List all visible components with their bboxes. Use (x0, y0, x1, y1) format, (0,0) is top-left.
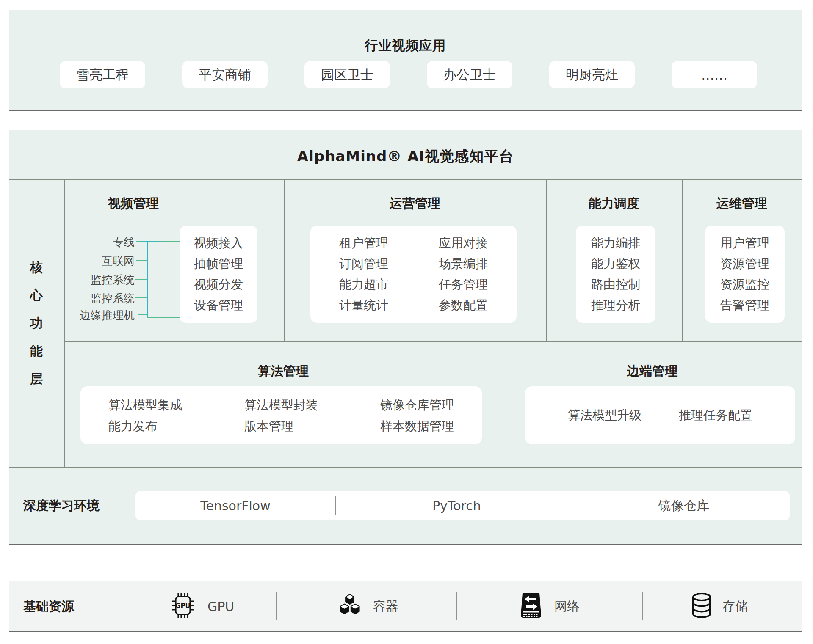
industry-apps-title: 行业视频应用 (9, 37, 802, 55)
app-chip: 明厨亮灶 (549, 61, 635, 88)
architecture-diagram: 行业视频应用 雪亮工程 平安商铺 园区卫士 办公卫士 明厨亮灶 …… Alpha… (0, 0, 813, 644)
feature-item: 路由控制 (576, 274, 655, 295)
feature-item: 能力鉴权 (576, 253, 655, 274)
algorithm-title: 算法管理 (64, 363, 503, 379)
platform-title: AlphaMind® AI视觉感知平台 (9, 147, 802, 165)
app-chip-more: …… (672, 61, 757, 88)
feature-item: 用户管理 (705, 233, 785, 253)
video-source-label: 互联网 (64, 254, 135, 268)
maintenance-box: 用户管理 资源管理 资源监控 告警管理 (705, 226, 785, 323)
connector-line (147, 317, 181, 318)
video-source-label: 专线 (64, 235, 135, 249)
feature-item: 算法模型封装 (244, 394, 318, 416)
algorithm-box: 算法模型集成 能力发布 算法模型封装 版本管理 镜像仓库管理 样本数据管理 (80, 386, 482, 444)
feature-item: 算法模型升级 (568, 407, 642, 424)
maintenance-title: 运维管理 (682, 195, 802, 212)
feature-item: 任务管理 (439, 274, 488, 295)
feature-item: 订阅管理 (339, 253, 388, 274)
feature-item: 设备管理 (180, 295, 257, 316)
core-layer-label: 核心功能层 (29, 253, 44, 393)
connector-line (136, 297, 148, 298)
video-source-label: 监控系统 (64, 292, 135, 305)
scheduling-items: 能力编排 能力鉴权 路由控制 推理分析 (576, 226, 655, 323)
divider-line (64, 179, 65, 467)
connector-line (136, 260, 148, 261)
feature-item: 资源监控 (705, 274, 785, 295)
dl-framework: PyTorch (336, 491, 578, 520)
infra-item-storage: 存储 (689, 581, 748, 632)
feature-item: 算法模型集成 (108, 394, 182, 416)
scheduling-title: 能力调度 (546, 195, 682, 212)
feature-item: 推理分析 (576, 295, 655, 316)
feature-item: 计量统计 (339, 295, 388, 316)
base-resources-panel (9, 581, 802, 632)
divider-line (9, 467, 802, 468)
operation-mgmt-items: 租户管理 订阅管理 能力超市 计量统计 应用对接 场景编排 任务管理 参数配置 (310, 226, 517, 323)
divider-line (276, 592, 277, 620)
network-icon (519, 592, 543, 620)
app-chip: 园区卫士 (304, 61, 390, 88)
edge-mgmt-box: 算法模型升级 推理任务配置 (525, 386, 795, 444)
infra-item-label: GPU (207, 599, 234, 614)
feature-item: 参数配置 (439, 295, 488, 316)
industry-apps-row: 雪亮工程 平安商铺 园区卫士 办公卫士 明厨亮灶 …… (60, 61, 757, 88)
video-source-label: 监控系统 (64, 273, 135, 286)
dl-framework: 镜像仓库 (578, 491, 790, 520)
infra-item-gpu: GPU GPU (169, 581, 234, 632)
dl-framework: TensorFlow (136, 491, 335, 520)
connector-line (136, 241, 180, 242)
feature-item: 抽帧管理 (180, 253, 257, 274)
infra-item-network: 网络 (519, 581, 580, 632)
algorithm-items: 算法模型集成 能力发布 算法模型封装 版本管理 镜像仓库管理 样本数据管理 (80, 386, 482, 444)
connector-line (136, 279, 148, 280)
infra-item-label: 存储 (722, 598, 748, 615)
divider-line (456, 592, 457, 620)
dl-env-label: 深度学习环境 (23, 467, 100, 545)
infra-item-container: 容器 (337, 581, 398, 632)
platform-panel (9, 130, 802, 545)
operation-mgmt-title: 运营管理 (284, 195, 546, 212)
gpu-icon: GPU (169, 592, 196, 621)
industry-apps-panel: 行业视频应用 雪亮工程 平安商铺 园区卫士 办公卫士 明厨亮灶 …… (9, 10, 802, 111)
feature-item: 样本数据管理 (380, 416, 454, 437)
edge-mgmt-title: 边端管理 (503, 363, 802, 379)
edge-mgmt-items: 算法模型升级 推理任务配置 (525, 386, 795, 444)
divider-line (64, 341, 802, 342)
feature-item: 告警管理 (705, 295, 785, 316)
feature-item: 能力发布 (108, 416, 182, 437)
feature-item: 资源管理 (705, 253, 785, 274)
infra-item-label: 容器 (373, 598, 398, 615)
operation-mgmt-box: 租户管理 订阅管理 能力超市 计量统计 应用对接 场景编排 任务管理 参数配置 (310, 226, 517, 323)
feature-item: 应用对接 (439, 233, 488, 253)
feature-item: 镜像仓库管理 (380, 394, 454, 416)
connector-line (138, 314, 148, 315)
divider-line (503, 341, 503, 467)
infra-item-label: 网络 (554, 598, 580, 615)
feature-item: 推理任务配置 (679, 407, 752, 424)
feature-item: 能力超市 (339, 274, 388, 295)
feature-item: 视频接入 (180, 233, 257, 253)
storage-icon (689, 592, 714, 621)
scheduling-box: 能力编排 能力鉴权 路由控制 推理分析 (576, 226, 655, 323)
maintenance-items: 用户管理 资源管理 资源监控 告警管理 (705, 226, 785, 323)
app-chip: 办公卫士 (427, 61, 512, 88)
feature-item: 版本管理 (244, 416, 318, 437)
base-resources-label: 基础资源 (23, 581, 74, 632)
divider-line (9, 179, 802, 180)
divider-line (642, 592, 643, 620)
video-mgmt-box: 视频接入 抽帧管理 视频分发 设备管理 (180, 226, 257, 323)
feature-item: 能力编排 (576, 233, 655, 253)
core-layer-label-wrap: 核心功能层 (9, 179, 64, 467)
feature-item: 视频分发 (180, 274, 257, 295)
feature-item: 租户管理 (339, 233, 388, 253)
video-mgmt-items: 视频接入 抽帧管理 视频分发 设备管理 (180, 226, 257, 323)
app-chip: 平安商铺 (182, 61, 268, 88)
gpu-icon-text: GPU (175, 602, 191, 610)
video-mgmt-title: 视频管理 (68, 195, 199, 212)
container-icon (337, 593, 362, 619)
feature-item: 场景编排 (439, 253, 488, 274)
connector-line (147, 241, 148, 318)
video-source-label: 边缘推理机 (64, 308, 135, 322)
app-chip: 雪亮工程 (60, 61, 145, 88)
dl-env-box: TensorFlow PyTorch 镜像仓库 (136, 491, 790, 520)
